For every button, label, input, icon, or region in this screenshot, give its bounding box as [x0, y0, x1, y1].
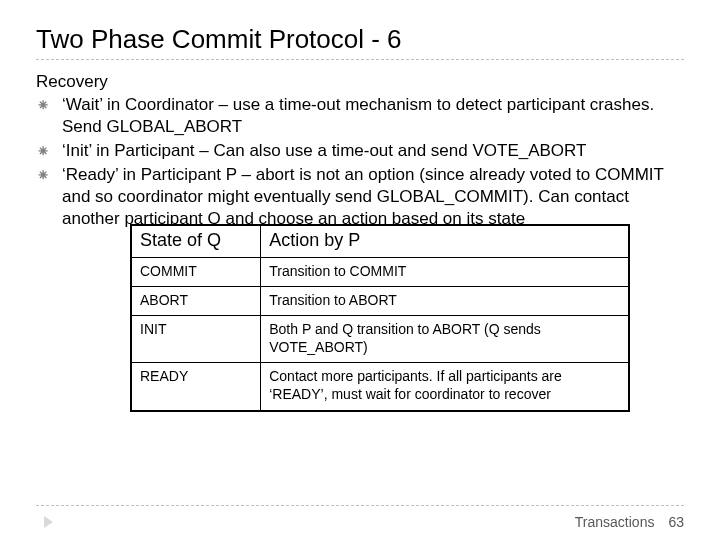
list-item: ⁕ ‘Wait’ in Coordinator – use a time-out… [36, 94, 684, 138]
bullet-icon: ⁕ [36, 95, 50, 117]
next-arrow-icon [44, 516, 53, 528]
cell-action: Transition to COMMIT [261, 257, 629, 286]
bullet-text: ‘Wait’ in Coordinator – use a time-out m… [62, 94, 684, 138]
list-item: ⁕ ‘Init’ in Participant – Can also use a… [36, 140, 684, 163]
cell-state: COMMIT [132, 257, 261, 286]
cell-state: READY [132, 363, 261, 410]
list-item: ⁕ ‘Ready’ in Participant P – abort is no… [36, 164, 684, 229]
page-title: Two Phase Commit Protocol - 6 [36, 24, 684, 55]
header-action: Action by P [261, 225, 629, 257]
table-row: COMMIT Transition to COMMIT [132, 257, 629, 286]
cell-action: Transition to ABORT [261, 286, 629, 315]
cell-state: INIT [132, 315, 261, 362]
footer-label: Transactions [575, 514, 655, 530]
cell-action: Contact more participants. If all partic… [261, 363, 629, 410]
section-subhead: Recovery [36, 72, 684, 92]
header-state: State of Q [132, 225, 261, 257]
page-number: 63 [668, 514, 684, 530]
bullet-list: ⁕ ‘Wait’ in Coordinator – use a time-out… [36, 94, 684, 230]
table-row: INIT Both P and Q transition to ABORT (Q… [132, 315, 629, 362]
slide: Two Phase Commit Protocol - 6 Recovery ⁕… [0, 0, 720, 540]
bullet-icon: ⁕ [36, 165, 50, 187]
title-divider [36, 59, 684, 60]
table-row: READY Contact more participants. If all … [132, 363, 629, 410]
cell-action: Both P and Q transition to ABORT (Q send… [261, 315, 629, 362]
bullet-text: ‘Ready’ in Participant P – abort is not … [62, 164, 684, 229]
bullet-icon: ⁕ [36, 141, 50, 163]
bullet-text: ‘Init’ in Participant – Can also use a t… [62, 140, 684, 162]
table-row: ABORT Transition to ABORT [132, 286, 629, 315]
footer-divider [36, 505, 684, 506]
table-header-row: State of Q Action by P [132, 225, 629, 257]
slide-footer: Transactions 63 [575, 514, 684, 530]
cell-state: ABORT [132, 286, 261, 315]
state-action-table: State of Q Action by P COMMIT Transition… [130, 224, 630, 412]
table: State of Q Action by P COMMIT Transition… [131, 225, 629, 411]
